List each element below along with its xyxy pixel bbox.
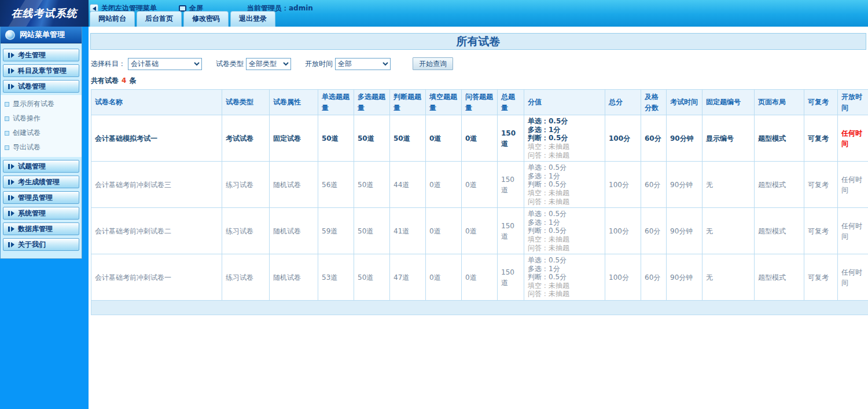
score-line: 问答：未抽题 xyxy=(528,244,601,253)
page: 在线考试系统 关闭左边管理菜单 全屏 当前管理员：admin 网站前台后台首页修… xyxy=(0,0,868,409)
play-icon xyxy=(8,53,14,58)
column-header: 单选题题量 xyxy=(318,90,354,115)
table-cell: 50道 xyxy=(354,208,390,254)
sidebar-header: 网站菜单管理 xyxy=(1,27,82,43)
table-cell: 44道 xyxy=(390,162,426,208)
main-content: 所有试卷 选择科目： 会计基础 试卷类型 全部类型 开放时间 全部 开始查询 共… xyxy=(89,27,868,409)
tab-logout[interactable]: 退出登录 xyxy=(230,11,275,27)
column-header: 固定题编号 xyxy=(703,90,755,115)
table-cell: 90分钟 xyxy=(667,254,703,301)
score-detail-cell: 单选：0.5分多选：1分判断：0.5分填空：未抽题问答：未抽题 xyxy=(524,115,605,162)
tab-change-password[interactable]: 修改密码 xyxy=(183,11,229,27)
table-cell: 0道 xyxy=(462,115,498,162)
papers-table: 试卷名称试卷类型试卷属性单选题题量多选题题量判断题题量填空题题量问答题题量总题量… xyxy=(91,89,868,315)
table-row: 会计基础考前冲刺试卷一练习试卷随机试卷53道50道47道0道0道150道单选：0… xyxy=(91,254,868,301)
column-header: 分值 xyxy=(524,90,605,115)
sidebar-section-0[interactable]: 考生管理 xyxy=(3,49,79,61)
count-value: 4 xyxy=(122,76,126,85)
sidebar-submenu: 显示所有试卷试卷操作创建试卷导出试卷 xyxy=(1,95,82,157)
score-line: 判断：0.5分 xyxy=(528,273,601,282)
table-cell: 50道 xyxy=(354,162,390,208)
open-time-cell: 任何时间 xyxy=(838,208,868,254)
table-footer-cell xyxy=(91,301,868,315)
subject-select[interactable]: 会计基础 xyxy=(128,58,202,70)
table-cell: 100分 xyxy=(605,162,641,208)
table-cell: 100分 xyxy=(605,208,641,254)
play-icon xyxy=(8,164,14,169)
table-row: 会计基础考前冲刺试卷二练习试卷随机试卷59道50道41道0道0道150道单选：0… xyxy=(91,208,868,254)
sidebar: 网站菜单管理 考生管理科目及章节管理试卷管理显示所有试卷试卷操作创建试卷导出试卷… xyxy=(0,27,89,409)
sidebar-section-2[interactable]: 试卷管理 xyxy=(3,80,79,93)
sidebar-title: 网站菜单管理 xyxy=(20,30,65,40)
score-line: 填空：未抽题 xyxy=(528,235,601,244)
sidebar-panel: 网站菜单管理 考生管理科目及章节管理试卷管理显示所有试卷试卷操作创建试卷导出试卷… xyxy=(0,27,82,259)
square-bullet-icon xyxy=(5,131,9,136)
sidebar-item-label: 导出试卷 xyxy=(13,143,41,152)
sidebar-item[interactable]: 导出试卷 xyxy=(1,140,82,155)
table-cell: 可复考 xyxy=(804,208,838,254)
table-cell: 150道 xyxy=(498,162,524,208)
sidebar-section-6[interactable]: 系统管理 xyxy=(3,207,79,220)
sidebar-item[interactable]: 创建试卷 xyxy=(1,126,82,140)
tab-admin-home[interactable]: 后台首页 xyxy=(137,11,182,27)
play-icon xyxy=(8,227,14,232)
count-prefix: 共有试卷 xyxy=(91,76,119,85)
query-button[interactable]: 开始查询 xyxy=(413,57,453,70)
play-icon xyxy=(8,211,14,216)
column-header: 开放时间 xyxy=(838,90,868,115)
paper-type-select[interactable]: 全部类型 xyxy=(246,58,291,70)
table-cell: 60分 xyxy=(641,254,667,301)
score-line: 多选：1分 xyxy=(528,265,601,273)
score-line: 单选：0.5分 xyxy=(528,117,601,126)
sidebar-item[interactable]: 试卷操作 xyxy=(1,111,82,126)
play-icon xyxy=(8,68,14,74)
table-cell: 50道 xyxy=(354,254,390,301)
table-cell: 0道 xyxy=(426,254,462,301)
open-time-cell: 任何时间 xyxy=(838,162,868,208)
table-cell: 无 xyxy=(703,162,755,208)
score-line: 多选：1分 xyxy=(528,218,601,227)
table-cell: 150道 xyxy=(498,115,524,162)
sidebar-section-label: 数据库管理 xyxy=(18,224,53,234)
open-time-select[interactable]: 全部 xyxy=(335,58,391,70)
sidebar-section-1[interactable]: 科目及章节管理 xyxy=(3,64,79,77)
sidebar-section-label: 考生成绩管理 xyxy=(18,177,60,187)
sidebar-section-5[interactable]: 管理员管理 xyxy=(3,191,79,204)
table-cell: 50道 xyxy=(354,115,390,162)
table-cell: 可复考 xyxy=(804,115,838,162)
sidebar-section-label: 系统管理 xyxy=(18,209,46,218)
sidebar-item[interactable]: 显示所有试卷 xyxy=(1,97,82,111)
column-header: 总分 xyxy=(605,90,641,115)
sidebar-section-label: 科目及章节管理 xyxy=(18,66,67,76)
score-detail-cell: 单选：0.5分多选：1分判断：0.5分填空：未抽题问答：未抽题 xyxy=(524,162,605,208)
tab-site-front[interactable]: 网站前台 xyxy=(90,11,135,27)
sidebar-section-3[interactable]: 试题管理 xyxy=(3,160,79,173)
score-line: 填空：未抽题 xyxy=(528,143,601,151)
count-suffix: 条 xyxy=(129,76,136,85)
table-cell: 考试试卷 xyxy=(222,115,270,162)
table-cell: 显示编号 xyxy=(703,115,755,162)
score-line: 判断：0.5分 xyxy=(528,227,601,235)
table-cell: 随机试卷 xyxy=(270,254,318,301)
table-cell: 会计基础考前冲刺试卷二 xyxy=(91,208,222,254)
sidebar-section-8[interactable]: 关于我们 xyxy=(3,238,79,251)
table-cell: 练习试卷 xyxy=(222,208,270,254)
filter-bar: 选择科目： 会计基础 试卷类型 全部类型 开放时间 全部 开始查询 xyxy=(91,57,866,70)
open-time-cell: 任何时间 xyxy=(838,115,868,162)
sidebar-section-label: 试题管理 xyxy=(18,162,46,171)
table-cell: 题型模式 xyxy=(755,162,804,208)
sidebar-section-label: 管理员管理 xyxy=(18,193,53,203)
table-cell: 0道 xyxy=(462,208,498,254)
table-cell: 56道 xyxy=(318,162,354,208)
sidebar-section-4[interactable]: 考生成绩管理 xyxy=(3,176,79,188)
table-cell: 0道 xyxy=(462,254,498,301)
table-cell: 60分 xyxy=(641,115,667,162)
sidebar-section-7[interactable]: 数据库管理 xyxy=(3,222,79,235)
score-line: 问答：未抽题 xyxy=(528,151,601,160)
table-cell: 0道 xyxy=(462,162,498,208)
sphere-icon xyxy=(5,30,15,40)
table-cell: 53道 xyxy=(318,254,354,301)
table-cell: 59道 xyxy=(318,208,354,254)
table-cell: 47道 xyxy=(390,254,426,301)
column-header: 试卷属性 xyxy=(270,90,318,115)
